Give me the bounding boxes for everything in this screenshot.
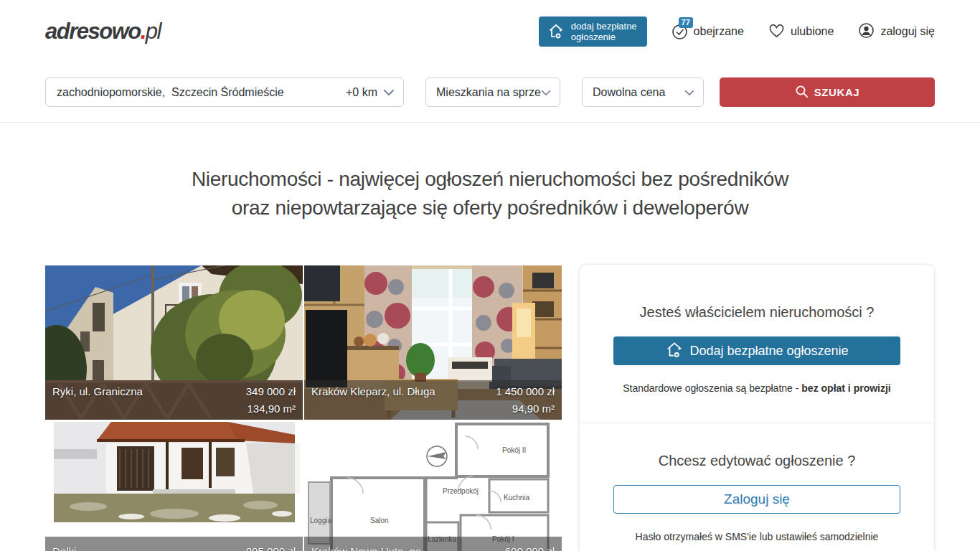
search-submit-label: SZUKAJ: [814, 86, 860, 98]
login-button-label: Zaloguj się: [724, 491, 790, 507]
nav-viewed[interactable]: 77 obejrzane: [672, 24, 744, 40]
listing-price: 895 000 zł: [246, 545, 296, 551]
add-listing-button[interactable]: dodaj bezpłatne ogłoszenie: [539, 17, 647, 47]
logo-tld: pl: [146, 19, 161, 44]
viewed-check-icon: 77: [672, 24, 688, 40]
card-divider: [580, 423, 934, 423]
login-button[interactable]: Zaloguj się: [613, 485, 900, 514]
floorplan-room-label: Loggia: [310, 517, 331, 524]
listing-area: 134,90 m²: [246, 402, 296, 415]
add-listing-label: dodaj bezpłatne ogłoszenie: [571, 21, 637, 42]
floorplan-room-label: Salon: [370, 517, 389, 524]
listing-caption: Kraków Nowa Huta, os... 600 000 zł: [304, 537, 562, 551]
listing-card[interactable]: Kraków Kleparz, ul. Długa 1 450 000 zł 9…: [304, 265, 562, 420]
logo-dot: .: [141, 19, 146, 44]
listing-name: Kraków Kleparz, ul. Długa: [311, 385, 496, 397]
category-select[interactable]: Mieszkania na sprzeda: [425, 77, 560, 107]
listing-price: 1 450 000 zł: [496, 385, 555, 397]
floorplan-room-label: Przedpokój: [443, 487, 479, 495]
location-input[interactable]: [46, 86, 346, 99]
listing-card[interactable]: Dalki 895 000 zł: [45, 422, 303, 551]
floorplan-room-label: Pokój II: [502, 446, 526, 454]
nav-login[interactable]: zaloguj się: [858, 22, 935, 42]
listing-photo: [45, 422, 303, 551]
radius-value[interactable]: +0 km: [346, 86, 377, 99]
search-icon: [795, 85, 809, 100]
owner-panel: Jesteś właścicielem nieruchomości ? Doda…: [579, 264, 935, 551]
location-search-box[interactable]: +0 km: [45, 77, 404, 107]
listing-caption: Ryki, ul. Graniczna 349 000 zł 134,90 m²: [45, 380, 303, 420]
listing-caption: Dalki 895 000 zł: [45, 537, 303, 551]
search-submit-button[interactable]: SZUKAJ: [720, 77, 935, 107]
free-listing-note-bold: bez opłat i prowizji: [801, 382, 890, 394]
listing-price: 349 000 zł: [246, 385, 296, 397]
nav-login-label: zaloguj się: [880, 25, 935, 38]
chevron-down-icon: [383, 86, 395, 99]
house-add-icon: [665, 340, 684, 362]
chevron-down-icon: [684, 86, 694, 99]
floorplan-room-label: Kuchnia: [504, 494, 530, 501]
page-title-line1: Nieruchomości - najwięcej ogłoszeń nieru…: [0, 165, 980, 194]
site-logo[interactable]: adresowo.pl: [45, 19, 161, 44]
nav-viewed-label: obejrzane: [694, 25, 744, 38]
listing-card[interactable]: Ryki, ul. Graniczna 349 000 zł 134,90 m²: [45, 265, 303, 420]
listing-price: 600 000 zł: [505, 545, 555, 551]
listing-caption: Kraków Kleparz, ul. Długa 1 450 000 zł 9…: [304, 380, 562, 420]
nav-favorites[interactable]: ulubione: [768, 23, 834, 41]
search-bar: +0 km Mieszkania na sprzeda Dowolna cena…: [0, 63, 980, 123]
page-title: Nieruchomości - najwięcej ogłoszeń nieru…: [0, 165, 980, 222]
header-nav: dodaj bezpłatne ogłoszenie 77 obejrzane …: [539, 0, 935, 63]
user-icon: [858, 22, 875, 42]
listing-card[interactable]: Pokój II Przedpokój Kuchnia Salon Loggia…: [304, 422, 562, 551]
edit-listing-title: Chcesz edytować ogłoszenie ?: [580, 453, 934, 469]
price-select[interactable]: Dowolna cena: [582, 77, 704, 107]
free-listing-note: Standardowe ogłoszenia są bezpłatne - be…: [580, 382, 934, 394]
category-value: Mieszkania na sprzeda: [426, 86, 541, 99]
add-free-listing-label: Dodaj bezpłatne ogłoszenie: [689, 344, 848, 359]
viewed-count-badge: 77: [679, 17, 693, 28]
page-title-line2: oraz niepowtarzające się oferty pośredni…: [0, 194, 980, 222]
price-value: Dowolna cena: [583, 86, 684, 99]
listing-floorplan: Pokój II Przedpokój Kuchnia Salon Loggia…: [304, 422, 562, 551]
listing-name: Dalki: [52, 545, 246, 551]
header: adresowo.pl dodaj bezpłatne ogłoszenie 7…: [0, 0, 980, 63]
heart-icon: [768, 23, 785, 41]
logo-name: adresowo: [45, 19, 141, 44]
chevron-down-icon: [541, 86, 551, 99]
listing-name: Ryki, ul. Graniczna: [52, 385, 246, 397]
nav-favorites-label: ulubione: [791, 25, 834, 38]
password-note: Hasło otrzymałeś w SMS'ie lub ustawiłeś …: [580, 531, 934, 542]
listing-area: 94,90 m²: [496, 402, 555, 415]
owner-panel-title: Jesteś właścicielem nieruchomości ?: [580, 304, 934, 321]
add-free-listing-button[interactable]: Dodaj bezpłatne ogłoszenie: [613, 336, 900, 365]
house-add-icon: [547, 22, 565, 42]
listing-name: Kraków Nowa Huta, os...: [311, 545, 505, 551]
